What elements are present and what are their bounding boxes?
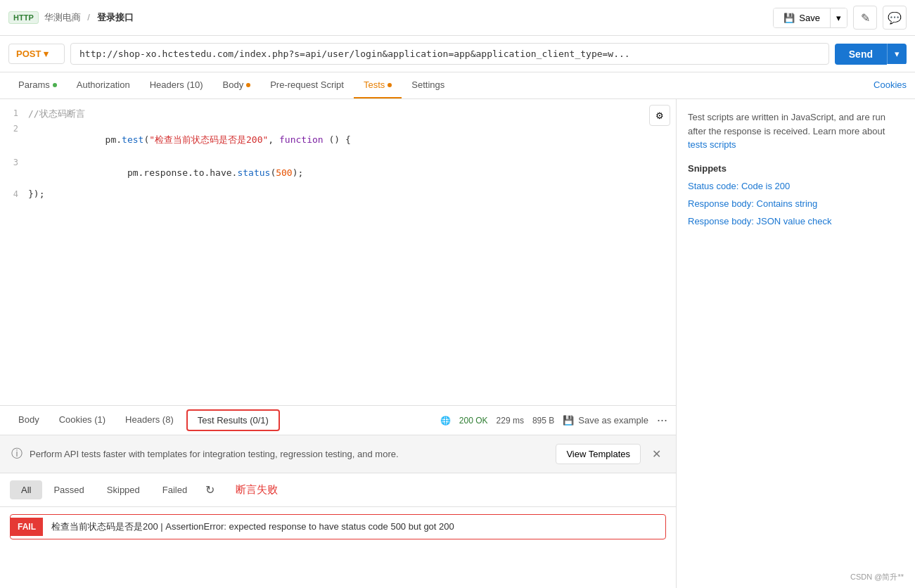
pencil-icon: ✎ [861, 11, 870, 25]
resp-tab-test-results[interactable]: Test Results (0/1) [186, 409, 280, 431]
tab-cookies-label: Cookies [874, 79, 907, 90]
tab-authorization[interactable]: Authorization [67, 72, 140, 98]
top-bar-right: 💾 Save ▾ ✎ 💬 [773, 6, 907, 30]
view-templates-button[interactable]: View Templates [556, 444, 641, 464]
info-banner: ⓘ Perform API tests faster with template… [0, 435, 676, 473]
save-disk-icon: 💾 [783, 13, 795, 23]
line-num-4: 4 [0, 188, 28, 199]
save-example-label: Save as example [578, 415, 648, 426]
save-example-button[interactable]: 💾 Save as example [563, 415, 648, 426]
resp-tab-test-results-label: Test Results (0/1) [198, 415, 269, 426]
response-tabs-bar: Body Cookies (1) Headers (8) Test Result… [0, 406, 676, 435]
line-content-3: pm.response.to.have.status(500); [28, 157, 676, 188]
app-root: HTTP 华测电商 / 登录接口 💾 Save ▾ ✎ 💬 [0, 0, 915, 588]
tab-prerequest[interactable]: Pre-request Script [260, 72, 354, 98]
tab-params-label: Params [18, 79, 50, 90]
line-content-1: //状态码断言 [28, 108, 676, 120]
tests-dot-icon [388, 83, 392, 87]
comment-button[interactable]: 💬 [883, 6, 907, 30]
globe-icon: 🌐 [440, 416, 451, 426]
save-dropdown-button[interactable]: ▾ [830, 8, 847, 27]
line-content-2: pm.test("检查当前状态码是否是200", function () { [28, 123, 676, 157]
resp-tab-headers[interactable]: Headers (8) [115, 407, 184, 433]
tab-authorization-label: Authorization [77, 79, 130, 90]
tab-settings[interactable]: Settings [402, 72, 454, 98]
method-select[interactable]: POST ▾ [8, 44, 65, 64]
resp-tab-body-label: Body [18, 414, 39, 425]
tab-prerequest-label: Pre-request Script [270, 79, 344, 90]
send-button-group[interactable]: Send ▾ [835, 44, 907, 65]
breadcrumb-current: 登录接口 [97, 12, 134, 23]
right-panel-desc-text: Test scripts are written in JavaScript, … [688, 112, 885, 136]
tab-tests-label: Tests [364, 79, 385, 90]
response-area: Body Cookies (1) Headers (8) Test Result… [0, 405, 676, 588]
params-dot-icon [53, 83, 57, 87]
url-bar: POST ▾ Send ▾ [0, 36, 915, 72]
close-banner-button[interactable]: ✕ [648, 446, 665, 463]
tab-cookies[interactable]: Cookies [874, 72, 907, 98]
more-options-button[interactable]: ··· [657, 413, 667, 428]
refresh-button[interactable]: ↻ [205, 483, 215, 497]
status-time: 229 ms [497, 416, 524, 426]
snippet-status-code[interactable]: Status code: Code is 200 [688, 181, 904, 191]
code-line-3: 3 pm.response.to.have.status(500); [0, 157, 676, 188]
resp-status-area: 🌐 200 OK 229 ms 895 B 💾 Save as example … [440, 413, 667, 428]
filter-tab-skipped[interactable]: Skipped [96, 480, 151, 499]
top-bar: HTTP 华测电商 / 登录接口 💾 Save ▾ ✎ 💬 [0, 0, 915, 36]
send-chevron-icon: ▾ [895, 49, 900, 59]
right-panel: › Test scripts are written in JavaScript… [676, 99, 915, 588]
save-button-group[interactable]: 💾 Save ▾ [773, 8, 847, 28]
filter-tab-failed[interactable]: Failed [151, 480, 198, 499]
tab-params[interactable]: Params [8, 72, 67, 98]
filter-tab-passed-label: Passed [53, 485, 84, 495]
tab-body-label: Body [223, 79, 244, 90]
breadcrumb-parent: 华测电商 [44, 12, 81, 23]
code-toolbar-button[interactable]: ⚙ [649, 105, 670, 126]
tab-tests[interactable]: Tests [354, 72, 402, 98]
url-input[interactable] [70, 43, 829, 65]
filter-tabs: All Passed Skipped Failed ↻ 断言失败 [0, 473, 676, 507]
editor-area[interactable]: 1 //状态码断言 2 pm.test("检查当前状态码是否是200", fun… [0, 99, 676, 405]
filter-tab-passed[interactable]: Passed [42, 480, 95, 499]
tab-body[interactable]: Body [213, 72, 261, 98]
status-ok: 200 OK [459, 416, 488, 426]
code-line-4: 4 }); [0, 188, 676, 204]
send-dropdown-button[interactable]: ▾ [887, 44, 907, 64]
method-label: POST [16, 49, 41, 59]
code-line-1: 1 //状态码断言 [0, 108, 676, 123]
left-side: 1 //状态码断言 2 pm.test("检查当前状态码是否是200", fun… [0, 99, 676, 588]
chevron-down-icon: ▾ [836, 13, 841, 23]
resp-tab-cookies[interactable]: Cookies (1) [49, 407, 115, 433]
tab-headers-label: Headers (10) [150, 79, 203, 90]
body-dot-icon [246, 83, 250, 87]
watermark: CSDN @简升** [850, 572, 904, 582]
filter-tab-all-label: All [21, 485, 31, 495]
fail-message: 检查当前状态码是否是200 | AssertionError: expected… [43, 515, 665, 539]
snippet-response-body-json[interactable]: Response body: JSON value check [688, 216, 904, 226]
save-main-button[interactable]: 💾 Save [774, 8, 830, 27]
split-area: 1 //状态码断言 2 pm.test("检查当前状态码是否是200", fun… [0, 99, 915, 588]
refresh-icon: ↻ [205, 484, 215, 496]
filter-tab-all[interactable]: All [10, 480, 42, 499]
method-chevron-icon: ▾ [44, 49, 49, 59]
filter-tab-failed-label: Failed [162, 485, 187, 495]
request-tabs-bar: Params Authorization Headers (10) Body P… [0, 72, 915, 99]
code-editor[interactable]: 1 //状态码断言 2 pm.test("检查当前状态码是否是200", fun… [0, 99, 676, 212]
info-text: Perform API tests faster with templates … [30, 449, 549, 459]
right-panel-description: Test scripts are written in JavaScript, … [688, 110, 904, 152]
tab-settings-label: Settings [411, 79, 444, 90]
tab-headers[interactable]: Headers (10) [140, 72, 213, 98]
tests-scripts-link[interactable]: tests scripts [688, 139, 736, 150]
snippet-response-body-string[interactable]: Response body: Contains string [688, 198, 904, 209]
snippets-title: Snippets [688, 163, 904, 174]
edit-button[interactable]: ✎ [853, 6, 877, 30]
line-num-2: 2 [0, 123, 28, 134]
send-main-button[interactable]: Send [835, 44, 887, 65]
resp-tab-headers-label: Headers (8) [125, 414, 174, 425]
breadcrumb: 华测电商 / 登录接口 [44, 11, 134, 24]
resp-tab-cookies-label: Cookies (1) [59, 414, 105, 425]
right-panel-content: Test scripts are written in JavaScript, … [677, 99, 915, 245]
resp-tab-body[interactable]: Body [8, 407, 49, 433]
status-size: 895 B [532, 416, 554, 426]
code-line-2: 2 pm.test("检查当前状态码是否是200", function () { [0, 123, 676, 157]
